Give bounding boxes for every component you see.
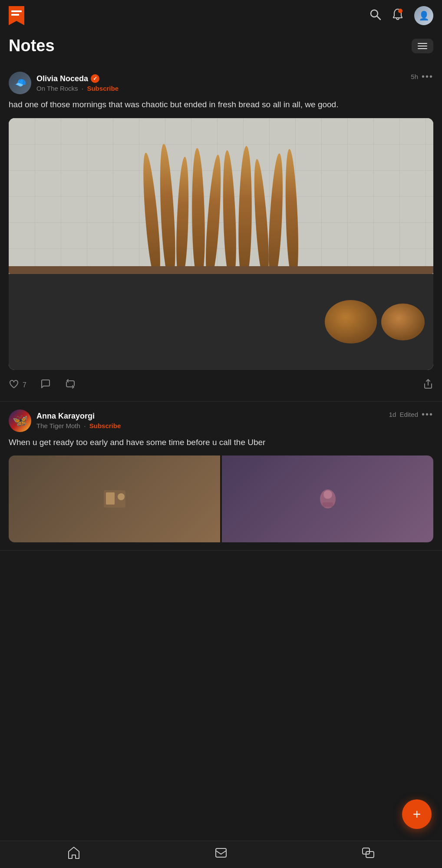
user-avatar[interactable]: 👤 <box>414 6 433 25</box>
post-header-left: 🧢 Olivia Noceda ✓ On The Rocks · Subscri… <box>9 72 119 94</box>
page-title: Notes <box>9 36 55 55</box>
compose-button[interactable]: + <box>402 799 432 829</box>
bottom-nav <box>0 841 442 868</box>
post-text-anna: When u get ready too early and have some… <box>9 436 433 449</box>
heart-icon <box>9 379 19 392</box>
edited-label: Edited <box>399 411 418 418</box>
messages-tab[interactable] <box>362 846 375 859</box>
post-meta: Olivia Noceda ✓ On The Rocks · Subscribe <box>36 74 119 92</box>
svg-line-1 <box>377 16 380 20</box>
svg-point-2 <box>398 9 402 13</box>
post-image-left <box>9 455 220 542</box>
post-image <box>9 118 433 370</box>
author-name-anna: Anna Karayorgi <box>36 412 95 421</box>
verified-badge: ✓ <box>91 74 99 83</box>
page-title-bar: Notes <box>0 31 442 64</box>
home-tab[interactable] <box>67 846 80 859</box>
comment-button[interactable] <box>40 379 51 392</box>
author-avatar[interactable]: 🧢 <box>9 72 31 94</box>
nav-icons: 👤 <box>369 6 433 25</box>
svg-rect-10 <box>216 848 226 857</box>
svg-rect-5 <box>106 492 115 505</box>
share-icon <box>423 379 433 392</box>
post-meta-anna: Anna Karayorgi The Tiger Moth · Subscrib… <box>36 412 121 429</box>
bread-image-content <box>9 143 433 274</box>
action-bar: 7 <box>9 377 433 393</box>
inbox-tab[interactable] <box>214 846 228 859</box>
author-row-anna: Anna Karayorgi <box>36 412 121 421</box>
author-row: Olivia Noceda ✓ <box>36 74 119 83</box>
app-logo[interactable] <box>9 6 24 25</box>
like-count: 7 <box>23 381 26 389</box>
svg-rect-9 <box>323 502 333 507</box>
more-options-button[interactable]: ••• <box>422 72 433 82</box>
author-avatar-anna[interactable]: 🦋 <box>9 409 31 432</box>
filter-button[interactable] <box>412 39 433 53</box>
time-label-anna: 1d <box>389 411 396 418</box>
like-button[interactable]: 7 <box>9 379 26 392</box>
subscribe-link-anna[interactable]: Subscribe <box>89 422 121 429</box>
compose-icon: + <box>413 806 421 822</box>
repost-button[interactable] <box>65 379 76 392</box>
publication-name: On The Rocks <box>36 85 78 92</box>
publication-name-anna: The Tiger Moth <box>36 422 80 429</box>
post-card: 🧢 Olivia Noceda ✓ On The Rocks · Subscri… <box>0 64 442 402</box>
post-images-grid <box>9 455 433 542</box>
notifications-icon[interactable] <box>392 8 404 23</box>
author-name: Olivia Noceda <box>36 74 88 83</box>
subscribe-link[interactable]: Subscribe <box>87 85 119 92</box>
svg-point-8 <box>323 490 332 499</box>
comment-icon <box>40 379 51 392</box>
search-icon[interactable] <box>369 8 381 23</box>
time-label: 5h <box>411 73 418 80</box>
share-button[interactable] <box>423 379 433 392</box>
post-text: had one of those mornings that was chaot… <box>9 99 433 111</box>
post-subtitle: On The Rocks · Subscribe <box>36 85 119 92</box>
repost-icon <box>65 379 76 392</box>
post-header-2: 🦋 Anna Karayorgi The Tiger Moth · Subscr… <box>9 409 433 432</box>
more-options-button-anna[interactable]: ••• <box>422 409 433 419</box>
svg-point-6 <box>118 493 125 500</box>
post-image-right <box>222 455 433 542</box>
top-nav: 👤 <box>0 0 442 31</box>
post-time-anna: 1d Edited ••• <box>389 409 433 419</box>
post-subtitle-anna: The Tiger Moth · Subscribe <box>36 422 121 429</box>
post-header-left-2: 🦋 Anna Karayorgi The Tiger Moth · Subscr… <box>9 409 121 432</box>
post-card-2: 🦋 Anna Karayorgi The Tiger Moth · Subscr… <box>0 402 442 551</box>
post-header: 🧢 Olivia Noceda ✓ On The Rocks · Subscri… <box>9 72 433 94</box>
post-time: 5h ••• <box>411 72 433 82</box>
